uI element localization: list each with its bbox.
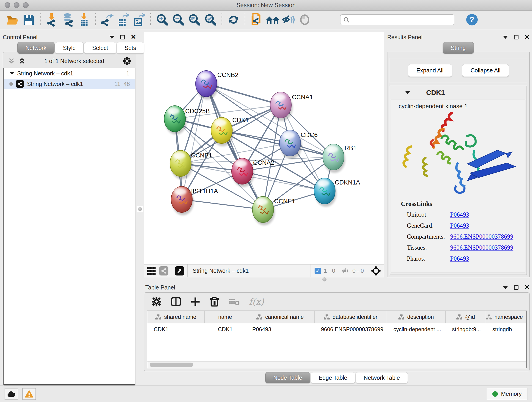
- table-cell[interactable]: CDK1: [147, 323, 205, 335]
- column-header-namespace[interactable]: namespace: [486, 311, 523, 323]
- network-node-cdkn1a[interactable]: CDKN1A: [314, 178, 360, 207]
- column-header-database-identifier[interactable]: database identifier: [315, 311, 387, 323]
- zoom-out-button[interactable]: [170, 12, 186, 27]
- section-expander-icon[interactable]: [405, 91, 410, 94]
- tab-select[interactable]: Select: [84, 42, 116, 54]
- network-graph[interactable]: CCNB2CCNA1CDC25BCDK1CDC6RB1CCNB1CCNA2CDK…: [144, 32, 384, 264]
- tab-network[interactable]: Network: [17, 42, 55, 54]
- network-collection-row[interactable]: String Network – cdk1 1: [4, 68, 135, 79]
- close-window-button[interactable]: [5, 2, 10, 8]
- search-input[interactable]: [352, 17, 451, 23]
- table-cell[interactable]: stringdb:9...: [446, 323, 486, 335]
- export-table-button[interactable]: [115, 12, 131, 27]
- selected-checkbox-icon[interactable]: ✓: [315, 268, 321, 274]
- results-scrollbar[interactable]: [526, 86, 527, 274]
- warnings-button[interactable]: [22, 388, 36, 400]
- open-session-button[interactable]: [5, 12, 21, 27]
- import-table-file-button[interactable]: [76, 12, 92, 27]
- show-graphics-details-button[interactable]: [297, 12, 313, 27]
- table-cell[interactable]: P06493: [246, 323, 315, 335]
- splitter-collapse-handle[interactable]: [137, 206, 143, 212]
- delete-column-icon[interactable]: [210, 296, 219, 307]
- tab-sets[interactable]: Sets: [117, 42, 144, 54]
- gene-section-header[interactable]: CDK1: [390, 86, 527, 99]
- show-columns-icon[interactable]: [171, 296, 181, 307]
- network-node-ccnb2[interactable]: CCNB2: [196, 70, 239, 99]
- vertical-splitter[interactable]: [136, 32, 144, 385]
- network-edge[interactable]: [182, 84, 206, 199]
- network-overview-share-icon[interactable]: [159, 266, 168, 275]
- expand-all-button[interactable]: Expand All: [408, 64, 452, 77]
- column-header--id[interactable]: @id: [446, 311, 486, 323]
- network-node-rb1[interactable]: RB1: [323, 144, 357, 173]
- zoom-window-button[interactable]: [23, 2, 29, 8]
- column-header-name[interactable]: name: [205, 311, 246, 323]
- table-cell[interactable]: stringdb: [486, 323, 523, 335]
- network-node-ccna1[interactable]: CCNA1: [270, 92, 313, 121]
- clone-network-button[interactable]: [249, 12, 265, 27]
- network-options-gear-icon[interactable]: [123, 57, 131, 65]
- collection-expander-icon[interactable]: [10, 72, 14, 75]
- float-panel-icon[interactable]: [514, 285, 519, 290]
- crosslink-link[interactable]: P06493: [450, 255, 469, 262]
- hide-graphics-button[interactable]: [281, 12, 297, 27]
- crosslink-link[interactable]: 9606.ENSP00000378699: [450, 244, 513, 251]
- minimize-window-button[interactable]: [14, 2, 19, 8]
- collapse-all-button[interactable]: Collapse All: [462, 64, 509, 77]
- panel-menu-icon[interactable]: [503, 36, 508, 39]
- table-cell[interactable]: cyclin-dependent ...: [387, 323, 446, 335]
- help-button[interactable]: ?: [464, 12, 480, 27]
- close-panel-icon[interactable]: ✕: [525, 35, 530, 39]
- network-node-ccnb1[interactable]: CCNB1: [170, 150, 212, 179]
- table-cell[interactable]: CDK1: [205, 323, 246, 335]
- column-header-shared-name[interactable]: shared name: [147, 311, 205, 323]
- detach-view-icon[interactable]: [175, 266, 184, 275]
- string-home-button[interactable]: [265, 12, 281, 27]
- export-image-button[interactable]: [131, 12, 147, 27]
- float-panel-icon[interactable]: [514, 35, 519, 39]
- network-edge[interactable]: [182, 199, 263, 210]
- search-field[interactable]: [340, 14, 454, 25]
- birds-eye-view-icon[interactable]: [147, 267, 156, 275]
- add-column-icon[interactable]: [190, 297, 201, 307]
- crosslink-link[interactable]: 9606.ENSP00000378699: [450, 233, 513, 240]
- panel-menu-icon[interactable]: [109, 36, 114, 39]
- app-store-status-button[interactable]: [5, 388, 18, 400]
- network-node-cdk1[interactable]: CDK1: [211, 116, 249, 146]
- network-node-cdc25b[interactable]: CDC25B: [164, 106, 210, 134]
- crosslink-link[interactable]: P06493: [450, 222, 469, 229]
- close-panel-icon[interactable]: ✕: [525, 285, 530, 290]
- table-options-gear-icon[interactable]: [152, 297, 162, 307]
- scrollbar-thumb[interactable]: [150, 363, 193, 367]
- network-canvas[interactable]: CCNB2CCNA1CDC25BCDK1CDC6RB1CCNB1CCNA2CDK…: [144, 32, 384, 264]
- panel-menu-icon[interactable]: [503, 286, 508, 289]
- table-row[interactable]: CDK1CDK1P064939606.ENSP00000378699cyclin…: [147, 323, 526, 335]
- center-view-crosshair-icon[interactable]: [371, 266, 380, 275]
- table-cell[interactable]: 9606.ENSP00000378699: [315, 323, 387, 335]
- tab-edge-table[interactable]: Edge Table: [311, 372, 355, 383]
- zoom-selected-button[interactable]: [202, 12, 218, 27]
- memory-button[interactable]: Memory: [487, 388, 527, 400]
- import-network-file-button[interactable]: [44, 12, 60, 27]
- zoom-in-button[interactable]: [154, 12, 170, 27]
- save-session-button[interactable]: [21, 12, 37, 27]
- float-panel-icon[interactable]: [120, 35, 125, 39]
- network-row[interactable]: String Network – cdk1 11 48: [4, 79, 135, 89]
- tab-network-table[interactable]: Network Table: [355, 372, 408, 383]
- tab-string[interactable]: String: [443, 42, 474, 54]
- export-network-button[interactable]: [99, 12, 115, 27]
- import-network-database-button[interactable]: [60, 12, 76, 27]
- apply-layout-button[interactable]: [225, 12, 241, 27]
- tab-style[interactable]: Style: [55, 42, 84, 54]
- collapse-all-chevron-icon[interactable]: [8, 57, 15, 64]
- tab-node-table[interactable]: Node Table: [265, 372, 310, 383]
- crosslink-link[interactable]: P06493: [450, 211, 469, 218]
- table-horizontal-scrollbar[interactable]: [147, 361, 526, 368]
- network-node-ccne1[interactable]: CCNE1: [253, 196, 295, 225]
- column-header-description[interactable]: description: [387, 311, 446, 323]
- expand-all-chevron-icon[interactable]: [19, 57, 25, 64]
- close-panel-icon[interactable]: ✕: [131, 35, 136, 39]
- splitter-collapse-handle[interactable]: [322, 276, 327, 282]
- horizontal-splitter[interactable]: [144, 277, 530, 282]
- zoom-fit-button[interactable]: [186, 12, 202, 27]
